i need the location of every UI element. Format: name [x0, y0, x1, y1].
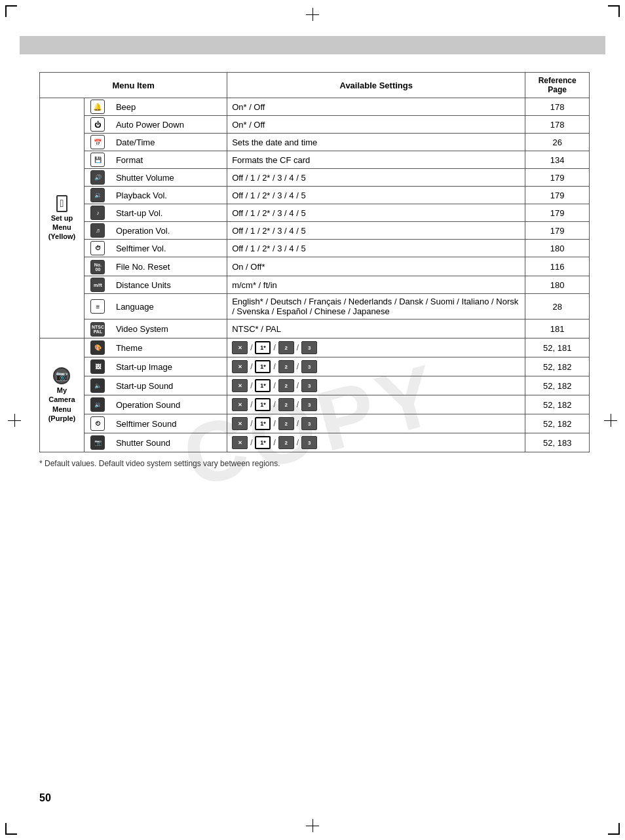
table-row: ⏻ Auto Power Down On* / Off 178 — [40, 116, 590, 134]
os-opt-off: ✕ — [232, 398, 248, 411]
selftimervol-settings: Off / 1 / 2* / 3 / 4 / 5 — [227, 240, 525, 257]
startupimage-icon-cell: 🖼 — [84, 357, 111, 376]
ss-opt-3: 3 — [301, 379, 317, 392]
os-opt-1: 1* — [255, 398, 271, 411]
table-row: ⏱ Selftimer Vol. Off / 1 / 2* / 3 / 4 / … — [40, 240, 590, 257]
shs-opt-3: 3 — [301, 436, 317, 449]
theme-icon-cell: 🎨 — [84, 338, 111, 357]
beep-ref: 178 — [525, 98, 590, 116]
distanceunits-icon-cell: m/ft — [84, 276, 111, 294]
startupsound-icon: 🔈 — [90, 378, 105, 393]
playbackvol-name: Playback Vol. — [111, 187, 227, 204]
videosystem-settings: NTSC* / PAL — [227, 320, 525, 338]
table-row: m/ft Distance Units m/cm* / ft/in 180 — [40, 276, 590, 294]
distanceunits-icon: m/ft — [90, 278, 105, 292]
selftimervol-ref: 180 — [525, 240, 590, 257]
selftimersound-ref: 52, 182 — [525, 414, 590, 433]
playbackvol-settings: Off / 1 / 2* / 3 / 4 / 5 — [227, 187, 525, 204]
shuttervol-name: Shutter Volume — [111, 169, 227, 187]
ss-opt-2: 2 — [278, 379, 294, 392]
theme-opt-off: ✕ — [232, 341, 248, 354]
selftimersound-icon-cell: ⏲ — [84, 414, 111, 433]
selftimersound-name: Selftimer Sound — [111, 414, 227, 433]
startupvol-name: Start-up Vol. — [111, 204, 227, 222]
settings-table: Menu Item Available Settings Reference P… — [39, 72, 590, 452]
beep-name: Beep — [111, 98, 227, 116]
autopowerdown-icon-cell: ⏻ — [84, 116, 111, 134]
datetime-icon: 📅 — [90, 135, 105, 149]
header-available-settings: Available Settings — [227, 73, 525, 98]
autopowerdown-icon: ⏻ — [90, 117, 105, 132]
startupimage-settings: ✕ / 1* / 2 / 3 — [227, 357, 525, 376]
cross-top — [306, 8, 319, 21]
datetime-name: Date/Time — [111, 134, 227, 151]
datetime-ref: 26 — [525, 134, 590, 151]
table-row: 🔉 Playback Vol. Off / 1 / 2* / 3 / 4 / 5… — [40, 187, 590, 204]
playbackvol-ref: 179 — [525, 187, 590, 204]
table-row: 📅 Date/Time Sets the date and time 26 — [40, 134, 590, 151]
videosystem-icon-cell: NTSCPAL — [84, 320, 111, 338]
operationsound-name: Operation Sound — [111, 395, 227, 414]
operationsound-options: ✕ / 1* / 2 / 3 — [232, 398, 520, 411]
shs-opt-off: ✕ — [232, 436, 248, 449]
language-name: Language — [111, 294, 227, 320]
shuttervol-icon: 🔊 — [90, 170, 105, 185]
ss-opt-1: 1* — [255, 379, 271, 392]
corner-mark-bl — [5, 823, 17, 835]
mycamera-section-icon: 📷 — [53, 367, 70, 384]
shuttersound-ref: 52, 183 — [525, 433, 590, 452]
shuttersound-name: Shutter Sound — [111, 433, 227, 452]
datetime-icon-cell: 📅 — [84, 134, 111, 151]
operationsound-icon-cell: 🔉 — [84, 395, 111, 414]
startupimage-name: Start-up Image — [111, 357, 227, 376]
theme-settings: ✕ / 1* / 2 / 3 — [227, 338, 525, 357]
corner-mark-tl — [5, 5, 17, 17]
si-opt-3: 3 — [301, 360, 317, 373]
videosystem-name: Video System — [111, 320, 227, 338]
theme-ref: 52, 181 — [525, 338, 590, 357]
table-row: 🖼 Start-up Image ✕ / 1* / 2 / 3 52, 182 — [40, 357, 590, 376]
shuttersound-icon: 📷 — [90, 435, 105, 450]
fileno-icon: No.00 — [90, 260, 105, 274]
header-reference-page: Reference Page — [525, 73, 590, 98]
ss-opt-off: ✕ — [232, 379, 248, 392]
theme-opt-2: 2 — [278, 341, 294, 354]
corner-mark-br — [608, 823, 620, 835]
startupimage-ref: 52, 182 — [525, 357, 590, 376]
table-row: NTSCPAL Video System NTSC* / PAL 181 — [40, 320, 590, 338]
os-opt-2: 2 — [278, 398, 294, 411]
playbackvol-icon-cell: 🔉 — [84, 187, 111, 204]
format-settings: Formats the CF card — [227, 151, 525, 169]
operationsound-ref: 52, 182 — [525, 395, 590, 414]
shs-opt-1: 1* — [255, 436, 271, 449]
distanceunits-name: Distance Units — [111, 276, 227, 294]
si-opt-2: 2 — [278, 360, 294, 373]
startupsound-ref: 52, 182 — [525, 376, 590, 395]
format-icon-cell: 💾 — [84, 151, 111, 169]
startupsound-settings: ✕ / 1* / 2 / 3 — [227, 376, 525, 395]
playbackvol-icon: 🔉 — [90, 188, 105, 202]
cross-left — [8, 414, 21, 427]
theme-name: Theme — [111, 338, 227, 357]
shuttersound-settings: ✕ / 1* / 2 / 3 — [227, 433, 525, 452]
sts-opt-1: 1* — [255, 417, 271, 430]
table-row: 🔈 Start-up Sound ✕ / 1* / 2 / 3 52, 182 — [40, 376, 590, 395]
autopowerdown-ref: 178 — [525, 116, 590, 134]
corner-mark-tr — [608, 5, 620, 17]
selftimervol-icon: ⏱ — [90, 241, 105, 255]
language-settings: English* / Deutsch / Français / Nederlan… — [227, 294, 525, 320]
cross-bottom — [306, 819, 319, 832]
format-ref: 134 — [525, 151, 590, 169]
language-icon: ≡ — [90, 299, 105, 314]
operationvol-ref: 179 — [525, 222, 590, 240]
si-opt-off: ✕ — [232, 360, 248, 373]
sts-opt-3: 3 — [301, 417, 317, 430]
shuttervol-icon-cell: 🔊 — [84, 169, 111, 187]
distanceunits-ref: 180 — [525, 276, 590, 294]
selftimervol-name: Selftimer Vol. — [111, 240, 227, 257]
startupvol-settings: Off / 1 / 2* / 3 / 4 / 5 — [227, 204, 525, 222]
selftimersound-options: ✕ / 1* / 2 / 3 — [232, 417, 520, 430]
shs-opt-2: 2 — [278, 436, 294, 449]
operationvol-icon-cell: ♬ — [84, 222, 111, 240]
beep-settings: On* / Off — [227, 98, 525, 116]
